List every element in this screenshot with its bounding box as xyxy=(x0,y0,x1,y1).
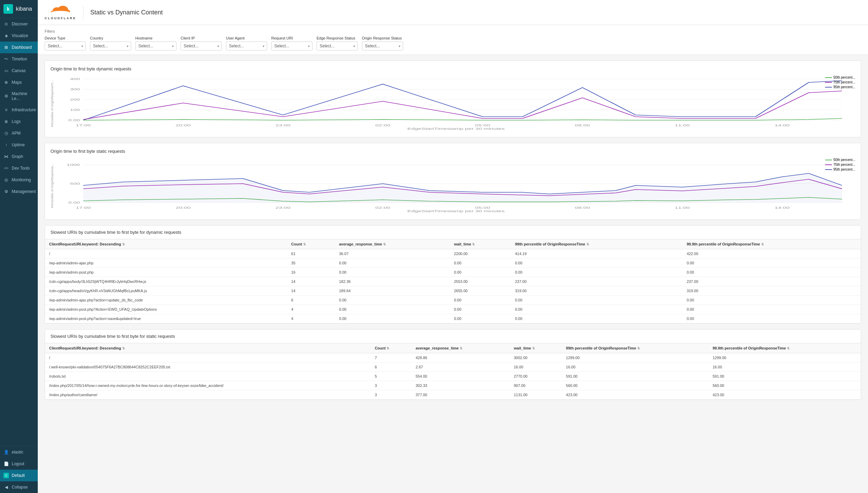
chart2-legend-75th: 75th percent... xyxy=(825,163,855,167)
cell-p99: 0.00 xyxy=(511,259,683,268)
svg-text:08:00: 08:00 xyxy=(575,206,590,209)
table1-col-count[interactable]: Count ⇅ xyxy=(287,239,335,249)
table-row: / 61 36.07 2200.00 414.19 422.00 xyxy=(45,249,861,259)
chart-icon: ◈ xyxy=(3,33,9,38)
sidebar-item-label: Graph xyxy=(12,154,23,159)
cell-wait-time: 2200.00 xyxy=(450,249,511,259)
sidebar-item-monitoring[interactable]: ◎ Monitoring xyxy=(0,174,38,186)
sidebar-item-visualize[interactable]: ◈ Visualize xyxy=(0,30,38,42)
table2-col-count[interactable]: Count ⇅ xyxy=(370,343,411,353)
sidebar-item-dev-tools[interactable]: </> Dev Tools xyxy=(0,162,38,174)
filter-country-select[interactable]: Select... xyxy=(90,42,131,50)
filter-device-type-label: Device Type xyxy=(45,36,86,40)
sidebar-item-maps[interactable]: ⊕ Maps xyxy=(0,77,38,88)
svg-point-5 xyxy=(52,11,70,14)
filter-edge-response-status: Edge Response Status Select... xyxy=(317,36,358,50)
sidebar-item-logs[interactable]: ≣ Logs xyxy=(0,116,38,127)
sidebar-item-machine-learning[interactable]: ⚙ Machine Le... xyxy=(0,88,38,104)
chart2-section: Origin time to first byte static request… xyxy=(45,143,861,220)
table1-col-avg-response[interactable]: average_response_time ⇅ xyxy=(335,239,450,249)
cell-count: 6 xyxy=(287,296,335,305)
chart1-container: Percentiles of OriginResponseTi... 400 3… xyxy=(50,76,855,131)
filter-hostname-select[interactable]: Select... xyxy=(135,42,176,50)
sidebar-item-label: Canvas xyxy=(12,68,26,73)
sidebar-item-uptime[interactable]: ↑ Uptime xyxy=(0,139,38,151)
chart2-legend-95th-label: 95th percent... xyxy=(833,168,855,171)
filter-user-agent-select[interactable]: Select... xyxy=(226,42,267,50)
table1-col-p999[interactable]: 99.9th percentile of OriginResponseTime … xyxy=(683,239,861,249)
svg-text:EdgeStartTimestamp per 30 minu: EdgeStartTimestamp per 30 minutes xyxy=(407,209,504,213)
cell-p99: 319.00 xyxy=(511,286,683,296)
sort-icon: ⇅ xyxy=(303,243,306,246)
table-row: /wp-admin/admin-ajax.php?action=update_z… xyxy=(45,296,861,305)
cell-p999: 591.00 xyxy=(708,372,861,381)
filter-device-type-wrapper: Select... xyxy=(45,42,86,50)
cell-p99: 0.00 xyxy=(511,296,683,305)
table2-col-p999[interactable]: 99.9th percentile of OriginResponseTime … xyxy=(708,343,861,353)
cell-p999: 319.00 xyxy=(683,286,861,296)
svg-text:100: 100 xyxy=(70,108,80,112)
svg-marker-34 xyxy=(83,173,842,203)
filter-edge-response-status-select[interactable]: Select... xyxy=(317,42,358,50)
sidebar-item-elastic[interactable]: 👤 elastic xyxy=(0,446,38,458)
cell-p999: 0.00 xyxy=(683,259,861,268)
sidebar-item-dashboard[interactable]: ⊞ Dashboard xyxy=(0,42,38,53)
chart2-legend-95th: 95th percent... xyxy=(825,168,855,171)
chart2-legend: 50th percent... 75th percent... 95th per… xyxy=(825,158,855,171)
compass-icon: ⊙ xyxy=(3,21,9,27)
sidebar-item-infrastructure[interactable]: ≡ Infrastructure xyxy=(0,104,38,116)
cell-avg-response: 0.00 xyxy=(335,305,450,314)
cell-wait-time: 2553.00 xyxy=(450,277,511,286)
table2-col-uri[interactable]: ClientRequestURI.keyword: Descending ⇅ xyxy=(45,343,370,353)
sort-icon: ⇅ xyxy=(787,347,790,350)
sort-icon: ⇅ xyxy=(122,347,125,350)
filter-client-ip-label: Client IP xyxy=(181,36,222,40)
cell-count: 35 xyxy=(287,259,335,268)
filter-client-ip-select[interactable]: Select... xyxy=(181,42,222,50)
filter-device-type-select[interactable]: Select... xyxy=(45,42,86,50)
sidebar-item-management[interactable]: ⚙ Management xyxy=(0,186,38,197)
table1-section: Slowest URIs by cumulative time to first… xyxy=(45,225,861,324)
sidebar-item-graph[interactable]: ⋈ Graph xyxy=(0,151,38,162)
table-row: / 7 428.86 3002.00 1299.00 1299.00 xyxy=(45,353,861,363)
table-row: /.well-known/pki-validation/054075F6A27B… xyxy=(45,363,861,372)
sidebar-item-discover[interactable]: ⊙ Discover xyxy=(0,18,38,30)
table1-col-wait-time[interactable]: wait_time ⇅ xyxy=(450,239,511,249)
cell-p999: 560.00 xyxy=(708,381,861,390)
cell-count: 5 xyxy=(370,372,411,381)
cell-avg-response: 189.64 xyxy=(335,286,450,296)
filters-label: Filters xyxy=(45,29,861,33)
cell-p999: 0.00 xyxy=(683,314,861,323)
sidebar-item-default[interactable]: D Default xyxy=(0,470,38,481)
page-title: Static vs Dynamic Content xyxy=(90,9,163,16)
chart1-legend: 50th percent... 75th percent... 95th per… xyxy=(825,76,855,89)
sidebar-item-apm[interactable]: ◷ APM xyxy=(0,127,38,139)
svg-text:20:00: 20:00 xyxy=(175,206,191,209)
sidebar-item-canvas[interactable]: ▭ Canvas xyxy=(0,65,38,77)
table2-col-p99[interactable]: 99th percentile of OriginResponseTime ⇅ xyxy=(562,343,708,353)
cell-avg-response: 428.86 xyxy=(411,353,510,363)
legend-95th-label: 95th percent... xyxy=(833,85,855,89)
sidebar-item-label: elastic xyxy=(12,450,23,455)
svg-text:0.00: 0.00 xyxy=(68,118,80,122)
sidebar-item-timelion[interactable]: 〜 Timelion xyxy=(0,53,38,65)
cell-count: 4 xyxy=(287,314,335,323)
table2-col-avg-response[interactable]: average_response_time ⇅ xyxy=(411,343,510,353)
table2-col-wait-time[interactable]: wait_time ⇅ xyxy=(510,343,562,353)
cell-wait-time: 0.00 xyxy=(450,259,511,268)
filter-request-uri-select[interactable]: Select... xyxy=(271,42,312,50)
filter-origin-response-status-select[interactable]: Select... xyxy=(362,42,403,50)
table1-col-p99[interactable]: 99th percentile of OriginResponseTime ⇅ xyxy=(511,239,683,249)
cell-uri: /wp-admin/admin-ajax.php xyxy=(45,259,287,268)
sidebar-item-collapse[interactable]: ◀ Collapse xyxy=(0,481,38,493)
legend-75th-label: 75th percent... xyxy=(833,80,855,84)
table1: ClientRequestURI.keyword: Descending ⇅ C… xyxy=(45,239,861,323)
sidebar-logo-text: kibana xyxy=(16,6,32,12)
filter-country-label: Country xyxy=(90,36,131,40)
cell-avg-response: 0.00 xyxy=(335,259,450,268)
sort-icon: ⇅ xyxy=(460,347,462,350)
cell-uri: /index.php/author/camiliame/ xyxy=(45,390,370,400)
legend-50th-label: 50th percent... xyxy=(833,76,855,79)
table1-col-uri[interactable]: ClientRequestURI.keyword: Descending ⇅ xyxy=(45,239,287,249)
sidebar-item-logout[interactable]: 📄 Logout xyxy=(0,458,38,470)
